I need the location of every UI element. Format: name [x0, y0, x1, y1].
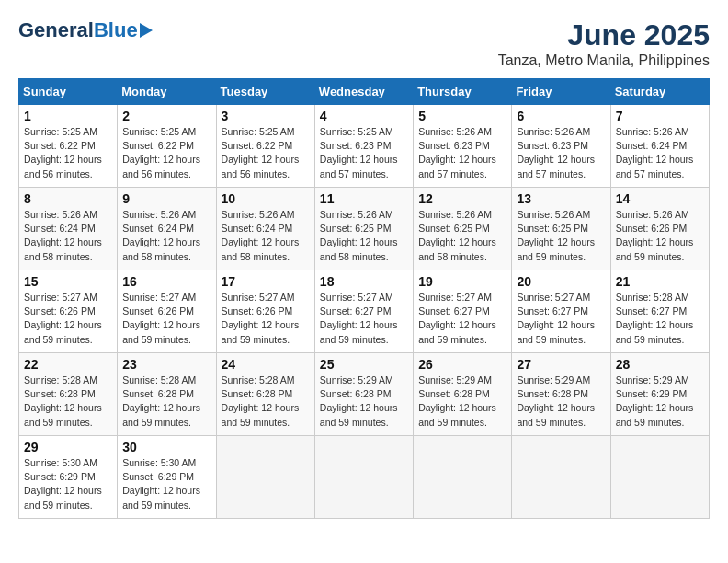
day-info: Sunrise: 5:28 AM Sunset: 6:28 PM Dayligh… — [122, 373, 210, 430]
day-number: 9 — [122, 191, 210, 206]
day-info: Sunrise: 5:30 AM Sunset: 6:29 PM Dayligh… — [24, 456, 112, 512]
weekday-header: Thursday — [414, 79, 512, 105]
day-info: Sunrise: 5:26 AM Sunset: 6:24 PM Dayligh… — [222, 208, 310, 264]
calendar-cell: 18Sunrise: 5:27 AM Sunset: 6:27 PM Dayli… — [314, 270, 413, 353]
day-info: Sunrise: 5:27 AM Sunset: 6:27 PM Dayligh… — [418, 291, 506, 347]
calendar-cell: 8Sunrise: 5:26 AM Sunset: 6:24 PM Daylig… — [19, 188, 118, 270]
weekday-header: Friday — [512, 79, 610, 105]
day-info: Sunrise: 5:26 AM Sunset: 6:23 PM Dayligh… — [418, 125, 506, 181]
calendar-cell: 28Sunrise: 5:29 AM Sunset: 6:29 PM Dayli… — [610, 353, 709, 436]
day-number: 14 — [616, 191, 704, 206]
day-number: 1 — [24, 109, 112, 123]
weekday-header-row: SundayMondayTuesdayWednesdayThursdayFrid… — [19, 79, 710, 105]
day-info: Sunrise: 5:29 AM Sunset: 6:28 PM Dayligh… — [418, 373, 506, 430]
calendar-cell: 2Sunrise: 5:25 AM Sunset: 6:22 PM Daylig… — [118, 105, 216, 188]
calendar-cell: 11Sunrise: 5:26 AM Sunset: 6:25 PM Dayli… — [314, 188, 413, 270]
day-number: 10 — [222, 191, 310, 206]
day-info: Sunrise: 5:25 AM Sunset: 6:22 PM Dayligh… — [222, 125, 310, 181]
calendar-cell: 12Sunrise: 5:26 AM Sunset: 6:25 PM Dayli… — [414, 188, 512, 270]
day-info: Sunrise: 5:26 AM Sunset: 6:24 PM Dayligh… — [122, 208, 210, 264]
calendar-cell: 7Sunrise: 5:26 AM Sunset: 6:24 PM Daylig… — [610, 105, 709, 188]
day-info: Sunrise: 5:25 AM Sunset: 6:22 PM Dayligh… — [122, 125, 210, 181]
calendar-cell: 24Sunrise: 5:28 AM Sunset: 6:28 PM Dayli… — [216, 353, 314, 436]
month-title: June 2025 — [498, 18, 710, 52]
day-number: 21 — [616, 274, 704, 289]
calendar-cell: 29Sunrise: 5:30 AM Sunset: 6:29 PM Dayli… — [19, 436, 118, 519]
logo: GeneralBlue — [18, 18, 153, 42]
header: GeneralBlue June 2025 Tanza, Metro Manil… — [18, 18, 710, 69]
day-info: Sunrise: 5:25 AM Sunset: 6:22 PM Dayligh… — [24, 125, 112, 181]
calendar-cell — [414, 436, 512, 519]
calendar-cell: 23Sunrise: 5:28 AM Sunset: 6:28 PM Dayli… — [118, 353, 216, 436]
day-number: 30 — [122, 440, 210, 454]
day-info: Sunrise: 5:28 AM Sunset: 6:27 PM Dayligh… — [616, 291, 704, 347]
day-number: 25 — [320, 357, 408, 372]
calendar-cell — [610, 436, 709, 519]
weekday-header: Saturday — [610, 79, 709, 105]
calendar-cell: 14Sunrise: 5:26 AM Sunset: 6:26 PM Dayli… — [610, 188, 709, 270]
logo-blue: Blue — [94, 18, 138, 42]
day-number: 6 — [517, 109, 605, 123]
day-info: Sunrise: 5:27 AM Sunset: 6:26 PM Dayligh… — [222, 291, 310, 347]
weekday-header: Tuesday — [216, 79, 314, 105]
day-number: 15 — [24, 274, 112, 289]
logo-arrow-icon — [140, 23, 153, 38]
day-number: 12 — [418, 191, 506, 206]
day-number: 26 — [418, 357, 506, 372]
week-row: 29Sunrise: 5:30 AM Sunset: 6:29 PM Dayli… — [19, 436, 710, 519]
day-number: 24 — [222, 357, 310, 372]
day-info: Sunrise: 5:28 AM Sunset: 6:28 PM Dayligh… — [222, 373, 310, 430]
day-number: 19 — [418, 274, 506, 289]
weekday-header: Wednesday — [314, 79, 413, 105]
week-row: 15Sunrise: 5:27 AM Sunset: 6:26 PM Dayli… — [19, 270, 710, 353]
calendar-cell: 9Sunrise: 5:26 AM Sunset: 6:24 PM Daylig… — [118, 188, 216, 270]
day-number: 7 — [616, 109, 704, 123]
day-number: 22 — [24, 357, 112, 372]
calendar-cell: 15Sunrise: 5:27 AM Sunset: 6:26 PM Dayli… — [19, 270, 118, 353]
day-number: 27 — [517, 357, 605, 372]
calendar-cell: 6Sunrise: 5:26 AM Sunset: 6:23 PM Daylig… — [512, 105, 610, 188]
day-info: Sunrise: 5:26 AM Sunset: 6:25 PM Dayligh… — [418, 208, 506, 264]
day-number: 29 — [24, 440, 112, 454]
day-number: 3 — [222, 109, 310, 123]
day-number: 16 — [122, 274, 210, 289]
day-number: 28 — [616, 357, 704, 372]
day-number: 4 — [320, 109, 408, 123]
day-info: Sunrise: 5:27 AM Sunset: 6:26 PM Dayligh… — [122, 291, 210, 347]
day-info: Sunrise: 5:28 AM Sunset: 6:28 PM Dayligh… — [24, 373, 112, 430]
day-number: 11 — [320, 191, 408, 206]
day-info: Sunrise: 5:29 AM Sunset: 6:28 PM Dayligh… — [517, 373, 605, 430]
calendar-cell: 13Sunrise: 5:26 AM Sunset: 6:25 PM Dayli… — [512, 188, 610, 270]
calendar-cell: 19Sunrise: 5:27 AM Sunset: 6:27 PM Dayli… — [414, 270, 512, 353]
calendar-cell: 5Sunrise: 5:26 AM Sunset: 6:23 PM Daylig… — [414, 105, 512, 188]
day-number: 13 — [517, 191, 605, 206]
logo-general: General — [18, 18, 94, 42]
day-info: Sunrise: 5:27 AM Sunset: 6:27 PM Dayligh… — [320, 291, 408, 347]
logo-text: GeneralBlue — [18, 18, 153, 42]
week-row: 1Sunrise: 5:25 AM Sunset: 6:22 PM Daylig… — [19, 105, 710, 188]
day-number: 17 — [222, 274, 310, 289]
calendar-cell: 22Sunrise: 5:28 AM Sunset: 6:28 PM Dayli… — [19, 353, 118, 436]
day-number: 8 — [24, 191, 112, 206]
calendar-cell: 20Sunrise: 5:27 AM Sunset: 6:27 PM Dayli… — [512, 270, 610, 353]
calendar-cell — [216, 436, 314, 519]
calendar-cell: 4Sunrise: 5:25 AM Sunset: 6:23 PM Daylig… — [314, 105, 413, 188]
day-info: Sunrise: 5:29 AM Sunset: 6:28 PM Dayligh… — [320, 373, 408, 430]
weekday-header: Sunday — [19, 79, 118, 105]
calendar-cell: 1Sunrise: 5:25 AM Sunset: 6:22 PM Daylig… — [19, 105, 118, 188]
calendar-cell: 25Sunrise: 5:29 AM Sunset: 6:28 PM Dayli… — [314, 353, 413, 436]
day-number: 5 — [418, 109, 506, 123]
week-row: 8Sunrise: 5:26 AM Sunset: 6:24 PM Daylig… — [19, 188, 710, 270]
location: Tanza, Metro Manila, Philippines — [498, 52, 710, 69]
calendar-cell: 16Sunrise: 5:27 AM Sunset: 6:26 PM Dayli… — [118, 270, 216, 353]
day-info: Sunrise: 5:29 AM Sunset: 6:29 PM Dayligh… — [616, 373, 704, 430]
day-number: 18 — [320, 274, 408, 289]
calendar-cell — [314, 436, 413, 519]
day-info: Sunrise: 5:26 AM Sunset: 6:24 PM Dayligh… — [616, 125, 704, 181]
day-number: 23 — [122, 357, 210, 372]
weekday-header: Monday — [118, 79, 216, 105]
day-number: 20 — [517, 274, 605, 289]
day-number: 2 — [122, 109, 210, 123]
calendar-cell: 27Sunrise: 5:29 AM Sunset: 6:28 PM Dayli… — [512, 353, 610, 436]
day-info: Sunrise: 5:26 AM Sunset: 6:23 PM Dayligh… — [517, 125, 605, 181]
